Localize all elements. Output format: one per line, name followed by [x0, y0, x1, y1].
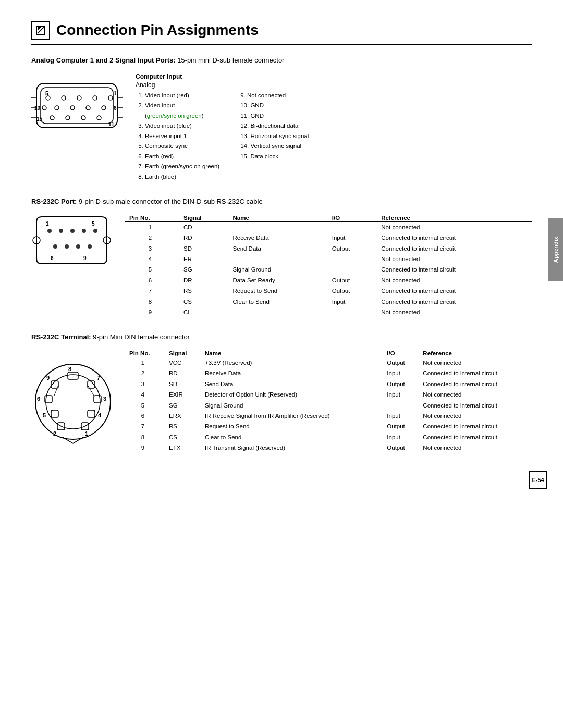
cell-pin: 2 — [125, 368, 165, 378]
cell-signal: CD — [179, 221, 229, 232]
svg-text:9: 9 — [46, 375, 50, 381]
svg-text:1: 1 — [114, 91, 117, 96]
cell-signal: ERX — [165, 411, 201, 421]
svg-point-13 — [55, 106, 59, 110]
table-row: 8 CS Clear to Send Input Connected to in… — [125, 297, 532, 307]
cell-signal: SG — [165, 400, 201, 411]
svg-point-11 — [86, 106, 90, 110]
cell-name: Data Set Ready — [229, 275, 328, 286]
cell-ref: Not connected — [419, 357, 532, 368]
left-pin-list: Video input (red) Video input(green/sync… — [136, 91, 219, 182]
svg-point-34 — [59, 229, 63, 233]
cell-name: IR Receive Signal from IR Amplifier (Res… — [201, 411, 383, 421]
col-pin-no: Pin No. — [125, 214, 179, 222]
cell-io — [383, 400, 419, 411]
svg-point-40 — [76, 244, 80, 249]
cell-signal: SG — [179, 264, 229, 275]
cell-pin: 6 — [125, 275, 179, 286]
svg-point-15 — [97, 116, 101, 120]
table-row: 2 RD Receive Data Input Connected to int… — [125, 232, 532, 243]
cell-signal: RS — [165, 421, 201, 431]
rs232c-terminal-table-wrap: Pin No. Signal Name I/O Reference 1 VCC … — [125, 350, 532, 453]
page-icon — [31, 21, 50, 40]
cell-ref: Connected to internal circuit — [419, 421, 532, 431]
cell-signal: EXIR — [165, 389, 201, 400]
cell-pin: 4 — [125, 389, 165, 400]
cell-name: Send Data — [229, 243, 328, 254]
svg-text:1: 1 — [46, 221, 49, 227]
svg-text:9: 9 — [83, 255, 87, 261]
cell-pin: 9 — [125, 442, 165, 453]
cell-name: Request to Send — [229, 286, 328, 296]
cell-io: Output — [383, 379, 419, 389]
cell-io: Input — [383, 432, 419, 442]
cell-ref: Connected to internal circuit — [419, 379, 532, 389]
table-row: 7 RS Request to Send Output Connected to… — [125, 286, 532, 296]
cell-ref: Connected to internal circuit — [377, 286, 532, 296]
svg-rect-48 — [68, 372, 78, 379]
svg-text:6: 6 — [114, 105, 117, 111]
pin-15: 15. Data clock — [240, 152, 309, 162]
cell-name — [229, 221, 328, 232]
svg-point-35 — [70, 229, 75, 233]
cell-io — [328, 307, 377, 317]
col-ref: Reference — [377, 214, 532, 222]
cell-ref: Connected to internal circuit — [377, 243, 532, 254]
cell-signal: DR — [179, 275, 229, 286]
table-row: 3 SD Send Data Output Connected to inter… — [125, 379, 532, 389]
table-row: 4 ER Not connected — [125, 254, 532, 264]
cell-ref: Connected to internal circuit — [377, 297, 532, 307]
col-ref-t: Reference — [419, 350, 532, 357]
col-signal: Signal — [179, 214, 229, 222]
cell-signal: RD — [179, 232, 229, 243]
cell-ref: Not connected — [419, 411, 532, 421]
svg-point-18 — [50, 116, 54, 120]
svg-text:2: 2 — [53, 430, 56, 437]
svg-point-5 — [108, 96, 113, 100]
pin-4: Reserve input 1 — [145, 131, 219, 142]
svg-text:6: 6 — [51, 255, 54, 261]
rs232c-terminal-layout: 8 7 9 6 3 5 4 2 1 — [31, 350, 532, 454]
table-row: 1 VCC +3.3V (Reserved) Output Not connec… — [125, 357, 532, 368]
cell-signal: ER — [179, 254, 229, 264]
svg-point-38 — [53, 244, 57, 249]
svg-rect-53 — [51, 410, 58, 417]
cell-pin: 7 — [125, 421, 165, 431]
svg-point-9 — [46, 96, 50, 100]
svg-text:3: 3 — [103, 396, 106, 402]
9pin-dsub-diagram: 1 5 6 9 — [31, 214, 115, 282]
pin-5: Composite sync — [145, 141, 219, 152]
cell-ref: Connected to internal circuit — [419, 368, 532, 378]
svg-point-14 — [42, 106, 46, 110]
cell-pin: 5 — [125, 400, 165, 411]
computer-input-header: Computer Input — [136, 73, 532, 80]
pin-list: Video input (red) Video input(green/sync… — [136, 91, 532, 182]
cell-ref: Not connected — [377, 254, 532, 264]
pin-7: Earth (green/sync on green) — [145, 162, 219, 172]
analog-section: Analog Computer 1 and 2 Signal Input Por… — [31, 55, 532, 182]
rs232c-terminal-table: Pin No. Signal Name I/O Reference 1 VCC … — [125, 350, 532, 453]
svg-rect-54 — [88, 410, 95, 417]
table-row: 3 SD Send Data Output Connected to inter… — [125, 243, 532, 254]
cell-name: +3.3V (Reserved) — [201, 357, 383, 368]
cell-pin: 8 — [125, 432, 165, 442]
svg-text:1: 1 — [85, 430, 88, 437]
cell-io: Output — [328, 243, 377, 254]
cell-signal: RD — [165, 368, 201, 378]
pin-6: Earth (red) — [145, 152, 219, 162]
col-name: Name — [229, 214, 328, 222]
mini-din-diagram: 8 7 9 6 3 5 4 2 1 — [31, 350, 115, 454]
cell-pin: 4 — [125, 254, 179, 264]
cell-pin: 2 — [125, 232, 179, 243]
svg-rect-3 — [36, 83, 117, 128]
cell-io: Input — [383, 368, 419, 378]
rs232c-port-section: RS-232C Port: 9-pin D-sub male connector… — [31, 196, 532, 317]
page-title: Connection Pin Assignments — [56, 22, 259, 39]
rs232c-port-title: RS-232C Port: 9-pin D-sub male connector… — [31, 196, 532, 207]
cell-signal: ETX — [165, 442, 201, 453]
svg-point-47 — [46, 375, 100, 429]
svg-point-39 — [65, 244, 69, 249]
col-pin-no-t: Pin No. — [125, 350, 165, 357]
table-row: 7 RS Request to Send Output Connected to… — [125, 421, 532, 431]
cell-ref: Connected to internal circuit — [419, 432, 532, 442]
